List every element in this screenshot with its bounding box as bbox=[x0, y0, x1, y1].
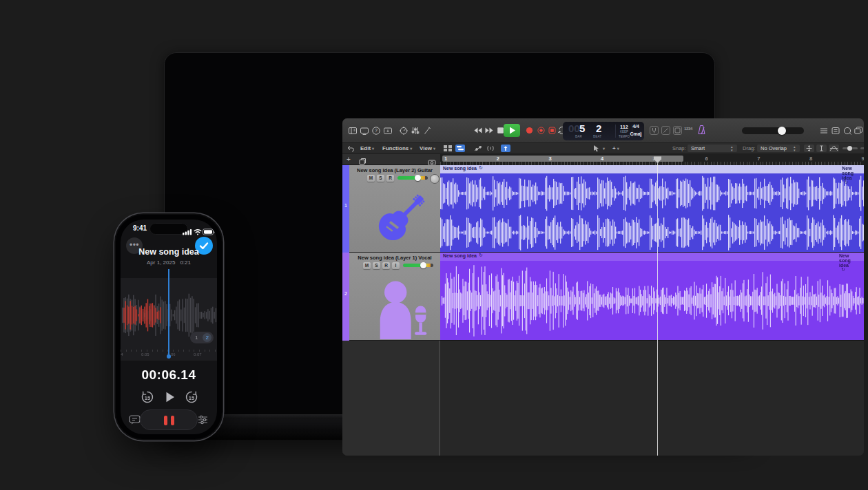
smart-controls-icon[interactable] bbox=[399, 126, 409, 136]
playhead-marker[interactable] bbox=[652, 156, 663, 164]
track-list-empty-area bbox=[342, 341, 439, 456]
track1-s-button[interactable]: S bbox=[377, 175, 384, 182]
grid-view-icon[interactable] bbox=[443, 145, 453, 152]
vocal-region[interactable]: New song idea↻ New song idea↻ bbox=[440, 253, 864, 341]
text-tool-button[interactable] bbox=[816, 145, 827, 152]
mixer-icon[interactable] bbox=[411, 126, 420, 136]
recording-length: 0:21 bbox=[180, 259, 191, 266]
track1-m-button[interactable]: M bbox=[367, 175, 375, 182]
add-track-button[interactable]: + bbox=[347, 156, 351, 163]
snap-value-popup[interactable]: Smart bbox=[688, 145, 737, 152]
command-click-tool-menu[interactable]: +▾ bbox=[612, 143, 619, 153]
duplicate-track-button[interactable] bbox=[359, 156, 366, 163]
logic-pro-window: ? 00 5 2 BAR bbox=[342, 118, 864, 456]
track-header-options-icon[interactable] bbox=[428, 156, 436, 163]
recording-timer: 00:06.14 bbox=[121, 368, 217, 383]
quick-help-icon[interactable]: ? bbox=[371, 126, 381, 136]
forward-button[interactable] bbox=[484, 125, 495, 136]
functions-menu[interactable]: Functions▾ bbox=[382, 143, 412, 153]
replace-record-button[interactable] bbox=[547, 125, 557, 136]
regions-view-icon[interactable] bbox=[455, 145, 465, 152]
count-in-button[interactable]: 1234 bbox=[684, 127, 692, 131]
ruler-bar-3[interactable]: 3 bbox=[548, 156, 551, 162]
ruler-bar-8[interactable]: 8 bbox=[809, 156, 812, 162]
track2-s-button[interactable]: S bbox=[373, 262, 380, 269]
track2-color-strip[interactable]: 2 bbox=[342, 253, 349, 341]
track2-header[interactable]: New song idea (Layer 1) Vocal MSRI bbox=[349, 253, 440, 341]
loop-browser-icon[interactable] bbox=[843, 126, 852, 136]
track2-volume-slider[interactable] bbox=[403, 264, 433, 267]
pause-recording-button[interactable] bbox=[140, 409, 198, 430]
play-button[interactable] bbox=[504, 124, 520, 137]
svg-text:15: 15 bbox=[189, 395, 194, 401]
vocalist-icon bbox=[370, 277, 436, 339]
ruler-bar-9[interactable]: 9 bbox=[862, 156, 864, 162]
transcript-icon[interactable] bbox=[129, 414, 141, 425]
layer-button-2[interactable]: 2 bbox=[203, 333, 211, 342]
note-pads-icon[interactable] bbox=[831, 126, 840, 136]
master-volume-knob[interactable] bbox=[778, 127, 786, 135]
browsers-icon[interactable] bbox=[854, 126, 863, 136]
track1-color-strip[interactable]: 1 bbox=[342, 165, 349, 253]
lcd-display[interactable]: 00 5 2 BAR BEAT 112 KEEP TEMPO 4/4 Cmaj … bbox=[563, 122, 644, 140]
skip-back-15-button[interactable]: 15 bbox=[140, 390, 155, 405]
audio-settings-icon[interactable] bbox=[197, 414, 209, 425]
horizontal-zoom-slider[interactable] bbox=[860, 147, 864, 149]
list-editors-icon[interactable] bbox=[819, 126, 829, 136]
ruler-bar-6[interactable]: 6 bbox=[705, 156, 708, 162]
ruler-bar-7[interactable]: 7 bbox=[757, 156, 760, 162]
automation-icon[interactable] bbox=[473, 145, 483, 152]
rewind-button[interactable] bbox=[473, 125, 483, 136]
track1-pan-knob[interactable] bbox=[430, 174, 440, 184]
metronome-button[interactable] bbox=[696, 125, 707, 136]
library-icon[interactable] bbox=[348, 126, 358, 136]
layer-button-1[interactable]: 1 bbox=[192, 333, 201, 342]
ruler-bar-2[interactable]: 2 bbox=[497, 156, 499, 162]
crossfade-tool-button[interactable] bbox=[829, 145, 839, 152]
layer-switcher[interactable]: 12 bbox=[190, 332, 214, 343]
phone-playhead-line[interactable] bbox=[168, 269, 169, 356]
editors-icon[interactable] bbox=[422, 126, 432, 136]
vertical-zoom-slider[interactable] bbox=[843, 147, 858, 149]
track2-volume-knob[interactable] bbox=[420, 262, 426, 268]
time-label: 0:04 bbox=[121, 352, 123, 356]
recording-title: New song idea bbox=[121, 247, 217, 257]
time-label: 0:07 bbox=[194, 352, 202, 356]
pointer-tool-menu[interactable] bbox=[592, 145, 601, 152]
track1-r-button[interactable]: R bbox=[386, 175, 394, 182]
vertical-zoom-knob[interactable] bbox=[847, 146, 852, 151]
track1-volume-slider[interactable] bbox=[397, 176, 428, 180]
pencil-icon[interactable] bbox=[661, 126, 670, 135]
pad-icon[interactable] bbox=[673, 126, 682, 135]
pointer-tool-chevron[interactable]: ▾ bbox=[601, 143, 605, 153]
tuner-icon[interactable] bbox=[650, 126, 659, 135]
arrange-empty-area[interactable] bbox=[440, 341, 864, 456]
record-button[interactable] bbox=[524, 125, 535, 136]
cycle-region[interactable] bbox=[442, 156, 683, 162]
catch-playhead-icon[interactable] bbox=[501, 145, 510, 152]
capture-recording-button[interactable] bbox=[536, 125, 546, 136]
back-icon[interactable] bbox=[346, 145, 355, 152]
inspector-icon[interactable] bbox=[360, 126, 369, 136]
master-volume-slider[interactable] bbox=[742, 127, 804, 134]
track1-header[interactable]: New song idea (Layer 2) Guitar MSR bbox=[349, 165, 440, 253]
edit-menu[interactable]: Edit▾ bbox=[360, 143, 374, 153]
view-menu[interactable]: View▾ bbox=[420, 143, 435, 153]
guitar-region[interactable]: New song idea↻ New song idea↻ bbox=[440, 165, 864, 253]
skip-forward-15-button[interactable]: 15 bbox=[184, 390, 199, 405]
svg-text:?: ? bbox=[375, 128, 378, 133]
ruler-bar-4[interactable]: 4 bbox=[601, 156, 603, 162]
ruler-bar-1[interactable]: 1 bbox=[444, 156, 447, 162]
track1-volume-knob[interactable] bbox=[415, 175, 421, 181]
menu-bar: Edit▾ Functions▾ View▾ ▾ +▾ Snap: Smart … bbox=[342, 143, 864, 153]
lcd-chevron-icon[interactable]: ⌄ bbox=[639, 129, 642, 134]
toolbar-toggle-icon[interactable] bbox=[383, 126, 393, 136]
track2-m-button[interactable]: M bbox=[363, 262, 371, 269]
flex-icon[interactable] bbox=[486, 145, 495, 152]
move-tool-button[interactable] bbox=[804, 145, 814, 152]
track2-i-button[interactable]: I bbox=[392, 262, 400, 269]
track2-r-button[interactable]: R bbox=[382, 262, 390, 269]
playhead-line[interactable] bbox=[657, 161, 658, 456]
play-button-phone[interactable] bbox=[162, 390, 177, 405]
lcd-time-signature: 4/4 bbox=[628, 124, 644, 129]
